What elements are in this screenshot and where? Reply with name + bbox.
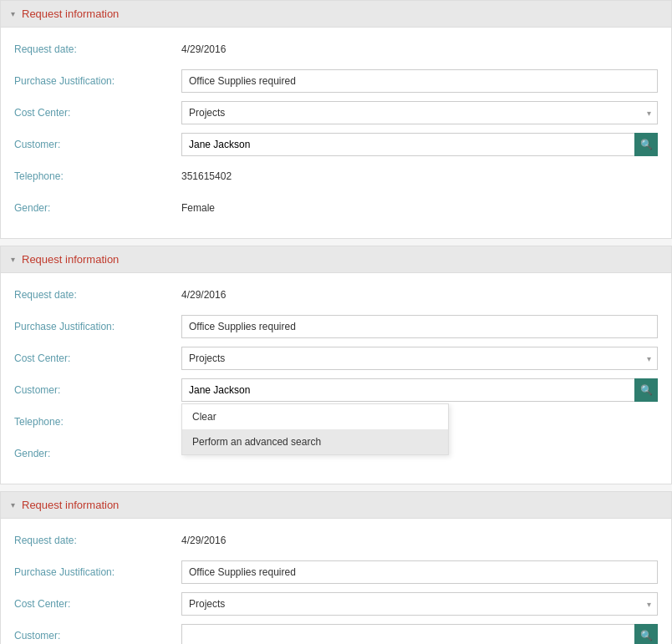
section-2-body: Request date: 4/29/2016 Purchase Justifi… [1, 273, 671, 484]
row-customer-1: Customer: 🔍 [14, 133, 658, 156]
customer-search-btn-3[interactable]: 🔍 [634, 624, 658, 644]
request-date-value-1: 4/29/2016 [181, 43, 658, 55]
page-wrapper: ▾ Request information Request date: 4/29… [0, 0, 672, 644]
cost-center-label-3: Cost Center: [14, 598, 181, 610]
row-purchase-2: Purchase Justification: [14, 315, 658, 338]
row-telephone-1: Telephone: 351615402 [14, 165, 658, 188]
row-purchase-3: Purchase Justification: [14, 560, 658, 584]
section-2-header: ▾ Request information [1, 246, 671, 273]
gender-value-1: Female [181, 202, 658, 214]
cost-center-select-2[interactable]: Projects [181, 347, 658, 370]
request-date-label-3: Request date: [14, 535, 181, 546]
customer-label-1: Customer: [14, 139, 181, 150]
row-cost-center-3: Cost Center: Projects ▾ [14, 592, 658, 616]
section-1-body: Request date: 4/29/2016 Purchase Justifi… [1, 28, 671, 238]
section-3-title: Request information [22, 499, 119, 511]
telephone-value-1: 351615402 [181, 170, 658, 182]
customer-label-2: Customer: [14, 384, 181, 396]
cost-center-select-wrapper-2: Projects ▾ [181, 347, 658, 370]
request-date-value-2: 4/29/2016 [181, 289, 658, 301]
customer-dropdown-popup-2: 🔍 Clear Perform an advanced search [181, 378, 658, 402]
chevron-icon-3: ▾ [11, 500, 15, 510]
row-cost-center-2: Cost Center: Projects ▾ [14, 347, 658, 370]
section-2: ▾ Request information Request date: 4/29… [0, 246, 672, 484]
section-1-title: Request information [22, 8, 119, 20]
cost-center-label-1: Cost Center: [14, 107, 181, 119]
cost-center-select-wrapper-3: Projects ▾ [181, 592, 658, 616]
customer-input-wrapper-2: 🔍 [181, 378, 658, 402]
section-3-header: ▾ Request information [1, 492, 671, 519]
row-customer-3: Customer: 🔍 [14, 624, 658, 644]
telephone-label-1: Telephone: [14, 170, 181, 182]
purchase-label-2: Purchase Justification: [14, 321, 181, 332]
request-date-label-1: Request date: [14, 43, 181, 55]
purchase-input-3[interactable] [181, 560, 658, 584]
section-1: ▾ Request information Request date: 4/29… [0, 0, 672, 239]
row-customer-2: Customer: 🔍 Clear Perform an advanced se… [14, 378, 658, 402]
chevron-icon-1: ▾ [11, 9, 15, 18]
customer-search-btn-2[interactable]: 🔍 [634, 378, 658, 402]
cost-center-select-3[interactable]: Projects [181, 592, 658, 616]
dropdown-advanced-search-item[interactable]: Perform an advanced search [182, 429, 448, 454]
section-3: ▾ Request information Request date: 4/29… [0, 491, 672, 644]
cost-center-select-wrapper-1: Projects ▾ [181, 101, 658, 124]
row-request-date-2: Request date: 4/29/2016 [14, 283, 658, 307]
row-purchase-1: Purchase Justification: [14, 69, 658, 93]
request-date-label-2: Request date: [14, 289, 181, 301]
customer-input-2[interactable] [181, 378, 634, 402]
telephone-label-2: Telephone: [14, 416, 181, 428]
purchase-input-1[interactable] [181, 69, 658, 93]
customer-search-btn-1[interactable]: 🔍 [634, 133, 658, 156]
customer-input-wrapper-1: 🔍 [181, 133, 658, 156]
row-request-date-3: Request date: 4/29/2016 [14, 529, 658, 552]
section-1-header: ▾ Request information [1, 1, 671, 28]
customer-input-1[interactable] [181, 133, 634, 156]
customer-label-3: Customer: [14, 630, 181, 641]
customer-input-wrapper-3: 🔍 [181, 624, 658, 644]
row-gender-1: Gender: Female [14, 196, 658, 220]
section-2-title: Request information [22, 253, 119, 266]
section-3-body: Request date: 4/29/2016 Purchase Justifi… [1, 519, 671, 644]
row-cost-center-1: Cost Center: Projects ▾ [14, 101, 658, 124]
purchase-label-1: Purchase Justification: [14, 75, 181, 87]
request-date-value-3: 4/29/2016 [181, 535, 658, 546]
dropdown-clear-item[interactable]: Clear [182, 404, 448, 429]
customer-dropdown-menu-2: Clear Perform an advanced search [181, 403, 449, 455]
purchase-input-2[interactable] [181, 315, 658, 338]
purchase-label-3: Purchase Justification: [14, 566, 181, 578]
chevron-icon-2: ▾ [11, 255, 15, 264]
cost-center-select-1[interactable]: Projects [181, 101, 658, 124]
customer-input-3[interactable] [181, 624, 634, 644]
row-request-date-1: Request date: 4/29/2016 [14, 38, 658, 61]
gender-label-2: Gender: [14, 448, 181, 459]
cost-center-label-2: Cost Center: [14, 352, 181, 364]
gender-label-1: Gender: [14, 202, 181, 214]
